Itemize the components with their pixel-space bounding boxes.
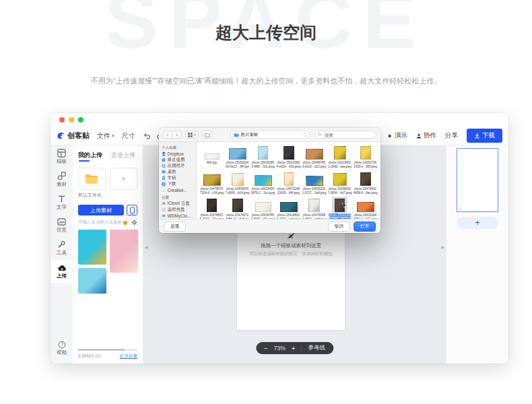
add-folder-card[interactable]: + [110, 168, 137, 190]
size-menu[interactable]: 尺寸 [122, 131, 135, 141]
file-name: photo-15489785 3-b2c9…d21.jpeg [302, 161, 327, 169]
sidebar-location-item[interactable]: 下载 [162, 181, 193, 187]
rollercoaster-photo[interactable] [78, 230, 106, 265]
uploaded-thumbs [78, 230, 137, 349]
ocean-island-photo[interactable] [78, 268, 106, 294]
sidebar-location-item[interactable]: Dropbox [162, 151, 193, 157]
sidebar-location-item[interactable]: WDMyClo... [162, 213, 193, 219]
placeholder-subtitle: 可以快速编辑里面的图片、文本内容和颜色 [237, 251, 345, 257]
file-thumbnail [253, 197, 274, 213]
cancel-button[interactable]: 取消 [328, 222, 350, 232]
file-item[interactable]: photo-15016285 3-9f8b…53c.jpeg [251, 144, 275, 169]
file-item[interactable]: photo-15478632 5-7347…73a.jpeg [199, 197, 224, 222]
collaborate-button[interactable]: 协作 [416, 131, 436, 140]
location-item-label: Dropbox [168, 152, 185, 156]
zoom-in-button[interactable]: + [292, 345, 296, 352]
file-thumbnail [331, 144, 349, 160]
file-thumbnail [281, 170, 296, 187]
sidebar-item-upload[interactable]: 上传 [51, 260, 73, 283]
file-thumbnail [332, 197, 347, 213]
back-button[interactable]: ‹ [163, 131, 172, 139]
file-thumbnail [303, 144, 326, 160]
fullscreen-button[interactable] [78, 117, 84, 123]
file-item[interactable]: 图A.jpg [199, 144, 224, 169]
file-item-selected[interactable]: photo-15491944 8-4049…4b3.jpeg [327, 197, 352, 222]
file-item[interactable]: photo-15416184 3752-3…372.jpeg [353, 197, 378, 222]
open-button[interactable]: 打开 [354, 222, 376, 232]
tab-enterprise-uploads[interactable]: 企业上传 [111, 151, 135, 162]
sidebar-item-materials[interactable]: 素材 [51, 168, 73, 191]
file-item[interactable]: photo-15418832 4-4743…cab.jpeg [276, 197, 301, 222]
guides-toggle[interactable]: 参考线 [308, 344, 326, 352]
present-button[interactable]: 演示 [387, 131, 407, 140]
sidebar-location-item[interactable]: A应用程序 [162, 163, 193, 169]
zoom-out-button[interactable]: − [264, 345, 268, 352]
file-item[interactable]: photo-15478072 1958-7c…5c5.jpeg [225, 197, 250, 222]
sidebar-location-item[interactable]: iCloud 云盘 [162, 201, 193, 207]
menubar-actions: 演示协作分享下载 [387, 129, 502, 143]
folder-label: 默认文件夹 [78, 192, 137, 199]
upload-tip: 可拖入多张图片或素材 [78, 220, 122, 226]
gear-icon[interactable] [131, 220, 137, 226]
file-name: photo-14263736 2330-e…89f.jpeg [354, 161, 378, 169]
new-folder-icon [205, 133, 210, 137]
sidebar-location-item[interactable]: Creative... [162, 187, 193, 193]
share-button[interactable]: 分享 [445, 131, 458, 140]
mobile-upload-button[interactable] [127, 205, 137, 215]
file-item[interactable]: photo-15016380 4-e629…42b.jpeg [276, 144, 301, 169]
file-item[interactable]: photo-15092024 00-6a13…84f.jpeg [225, 144, 250, 169]
default-folder-card[interactable] [78, 168, 106, 190]
sidebar-item-templates[interactable]: 模板 [51, 145, 73, 168]
sidebar-item-tools[interactable]: 工具 [51, 237, 73, 260]
download-label: 下载 [482, 131, 495, 140]
upgrade-storage-link[interactable]: 扩大容量 [120, 354, 137, 360]
undo-icon[interactable] [143, 132, 151, 140]
page-thumbnail[interactable]: 1 [457, 148, 498, 212]
svg-text:A: A [163, 164, 165, 168]
location-dropdown[interactable]: 图片素材 [230, 131, 310, 139]
close-button[interactable] [59, 117, 65, 123]
sidebar-location-item[interactable]: 文稿 [162, 175, 193, 181]
sidebar-item-background[interactable]: 背景 [51, 214, 73, 237]
sidebar-location-item[interactable]: 远程光盘 [162, 207, 193, 213]
upload-tabs: 我的上传企业上传 [78, 151, 137, 162]
sidebar-location-item[interactable]: 最近使用 [162, 157, 193, 163]
tab-my-uploads[interactable]: 我的上传 [78, 151, 102, 162]
icecream-hand-photo[interactable] [110, 230, 138, 273]
collapse-left-panel-arrow[interactable]: ◂ [145, 244, 148, 250]
upload-material-button[interactable]: 上传素材 [78, 205, 124, 215]
file-item[interactable]: photo-15008002 7-0834…4d7.jpeg [327, 170, 352, 195]
sidebar-item-help[interactable]: ?帮助 [51, 337, 73, 360]
download-icon [474, 133, 480, 139]
minimize-button[interactable] [69, 117, 74, 123]
file-item[interactable]: photo-14672248 23429…64f.jpeg [276, 170, 301, 195]
file-item[interactable]: photo-14990220 1-0727…3a8.jpeg [302, 170, 327, 195]
file-name: photo-15478432 4808-8…8ac.jpeg [354, 187, 378, 195]
new-folder-button[interactable] [202, 131, 213, 139]
file-item[interactable]: photo-15476058 2-0807…ab8.jpeg [302, 197, 327, 222]
file-item[interactable]: photo-15418785 7-8087…67e.jpeg [251, 197, 275, 222]
file-item[interactable]: photo-15478432 4808-8…8ac.jpeg [353, 170, 378, 195]
file-item[interactable]: photo-15489785 3-b2c9…d21.jpeg [302, 144, 327, 169]
chevron-down-icon: ▾ [112, 133, 114, 139]
options-button[interactable]: 选项 [164, 222, 186, 232]
file-name: photo-15016380 4-e629…42b.jpeg [277, 161, 301, 169]
view-mode-button[interactable]: ▾ [185, 131, 199, 139]
download-button[interactable]: 下载 [467, 129, 502, 143]
documents-icon [162, 176, 166, 180]
file-item[interactable]: photo-14478076 7324-6…c34.jpeg [199, 170, 224, 195]
forward-button[interactable]: › [172, 131, 182, 139]
file-item[interactable]: photo-16490878 7-4009…b04.jpeg [225, 170, 250, 195]
search-input[interactable] [323, 132, 373, 138]
search-field[interactable] [314, 131, 376, 139]
sidebar-item-text[interactable]: 文字 [51, 191, 73, 214]
file-menu[interactable]: 文件 ▾ [97, 131, 114, 141]
file-item[interactable]: photo-14263736 2330-e…89f.jpeg [353, 144, 378, 169]
sidebar-location-item[interactable]: 桌面 [162, 169, 193, 175]
collapse-right-panel-arrow[interactable]: ▸ [441, 244, 444, 250]
file-item[interactable]: photo-14029404 0876-2…3cc.jpeg [251, 170, 275, 195]
creative-cloud-icon [162, 188, 166, 193]
add-page-button[interactable]: + [457, 217, 498, 229]
file-item[interactable]: photo-14223952 1-2b6b…ata.jpeg [327, 144, 352, 169]
location-item-label: Creative... [168, 188, 188, 193]
